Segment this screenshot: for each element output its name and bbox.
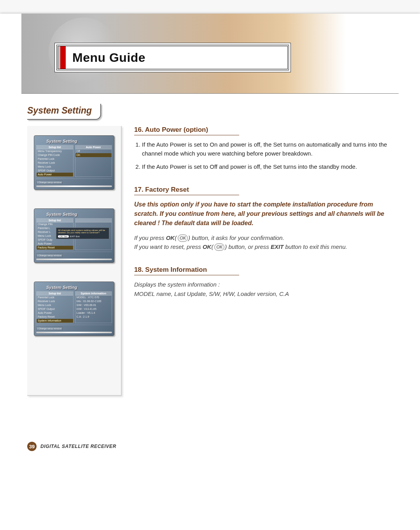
text-column: 16. Auto Power (option) If the Auto Powe…: [134, 126, 393, 313]
setup-list: Parental Lock Receiver Lock Menu Lock SP…: [37, 296, 73, 323]
screenshot-title: System Setting: [36, 211, 112, 218]
warning-text: Use this option only if you have to star…: [134, 200, 393, 228]
hint-bar: i Change setup window: [36, 254, 63, 257]
content-area: System Setting System Setting Setup list…: [0, 94, 420, 411]
ok-icon: OK: [214, 243, 224, 251]
page-number: 39: [27, 442, 37, 451]
col-head: Setup list: [37, 145, 73, 149]
topic-factory-reset: 17. Factory Reset Use this option only i…: [134, 186, 393, 252]
setup-list: Menu Transparency Change PIN Code Parent…: [37, 149, 73, 177]
two-column: System Setting Setup list Menu Transpare…: [27, 126, 393, 396]
screenshot-system-info: System Setting Setup list Parental Lock …: [34, 282, 114, 336]
col-head: Setup list: [37, 219, 73, 222]
footer-label: DIGITAL SATELLITE RECEIVER: [40, 444, 116, 449]
instruction-list: If the Auto Power is set to On and power…: [136, 140, 393, 171]
screenshot-title: System Setting: [36, 138, 112, 145]
progress-bar: [36, 332, 112, 333]
screenshot-factory-reset: System Setting Setup list Change PIN Par…: [34, 208, 114, 263]
topic-heading: 16. Auto Power (option): [134, 126, 239, 135]
list-item: If the Auto Power is set to Off and powe…: [142, 162, 393, 171]
chapter-title-box: Menu Guide: [56, 45, 289, 70]
progress-bar: [36, 185, 112, 187]
ok-icon: OK: [178, 234, 188, 242]
col-head: Setup list: [37, 292, 73, 296]
col-head: Auto Power: [75, 145, 112, 149]
hint-bar: i Change setup window: [36, 327, 63, 331]
topic-heading: 18. System Information: [134, 266, 239, 275]
col-head: System Information: [75, 292, 112, 296]
chapter-title: Menu Guide: [67, 51, 145, 65]
confirm-dialog: All channels and system setting values w…: [56, 227, 109, 239]
option-list: Off On: [75, 149, 112, 157]
topic-heading: 17. Factory Reset: [134, 186, 239, 195]
hint-bar: i Change setup window: [36, 180, 63, 184]
accent-bar: [58, 46, 67, 69]
exit-pill: EXIT Exit: [70, 235, 80, 238]
screenshot-autopower: System Setting Setup list Menu Transpare…: [34, 135, 114, 190]
top-banner: Menu Guide: [21, 14, 399, 94]
info-list: MODEL : KTC-570 Info : 01.08.02-C100 S/W…: [75, 296, 112, 319]
confirm-text: All channels and system setting values w…: [58, 229, 107, 234]
screenshot-column: System Setting Setup list Menu Transpare…: [27, 126, 122, 396]
list-item: If the Auto Power is set to On and power…: [142, 140, 393, 158]
page: Menu Guide System Setting System Setting…: [0, 14, 420, 530]
note-text: If you press OK(OK) button, it asks for …: [134, 233, 393, 252]
progress-bar: [36, 259, 112, 260]
page-footer: 39 DIGITAL SATELLITE RECEIVER: [27, 442, 116, 451]
screenshot-title: System Setting: [36, 284, 112, 291]
topic-system-information: 18. System Information Displays the syst…: [134, 266, 393, 298]
topic-auto-power: 16. Auto Power (option) If the Auto Powe…: [134, 126, 393, 171]
ok-pill: OK Yes: [58, 235, 69, 238]
info-body: Displays the system information : MODEL …: [134, 280, 393, 298]
section-heading: System Setting: [27, 104, 101, 120]
